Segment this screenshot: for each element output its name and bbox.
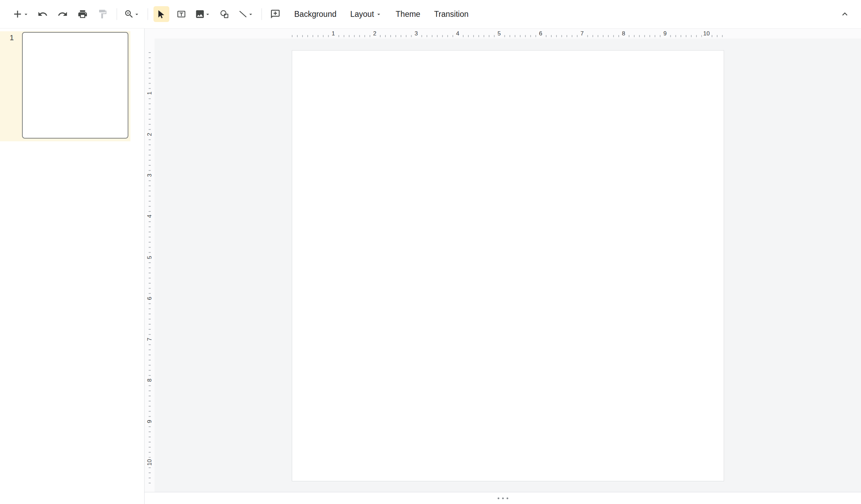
zoom-button[interactable]	[123, 6, 141, 22]
chevron-down-icon	[375, 11, 382, 18]
h-ruler-label: 5	[496, 30, 502, 37]
speaker-notes-resize-bar[interactable]	[145, 492, 861, 504]
slide-canvas[interactable]	[292, 50, 724, 481]
plus-icon	[12, 8, 23, 20]
chevron-down-icon	[248, 11, 254, 18]
filmstrip: 1	[0, 29, 145, 504]
v-ruler-label: 9	[146, 418, 153, 424]
undo-button[interactable]	[35, 6, 51, 22]
vertical-ruler-ticks: 12345678910	[145, 52, 155, 483]
h-ruler-label: 2	[372, 30, 378, 37]
h-ruler-label: 3	[413, 30, 419, 37]
v-ruler-label: 2	[146, 131, 153, 137]
workspace: 12345678910 12345678910	[145, 29, 861, 492]
h-ruler-label: 9	[662, 30, 668, 37]
zoom-in-icon	[124, 9, 134, 19]
text-box-button[interactable]	[173, 6, 189, 22]
toolbar-separator	[117, 8, 117, 20]
slide-number: 1	[10, 33, 14, 42]
v-ruler-label: 5	[146, 254, 153, 260]
slides-editor: { "toolbar": { "background_label": "Back…	[0, 0, 861, 504]
print-icon	[77, 9, 88, 19]
horizontal-ruler: 12345678910	[155, 29, 861, 39]
toolbar-separator	[148, 8, 148, 20]
h-ruler-label: 10	[702, 30, 711, 37]
insert-comment-button[interactable]	[267, 6, 283, 22]
select-tool-button[interactable]	[153, 6, 169, 22]
v-ruler-label: 10	[146, 458, 153, 467]
undo-icon	[38, 9, 48, 19]
h-ruler-label: 1	[330, 30, 336, 37]
drag-handle-icon[interactable]	[498, 497, 508, 499]
v-ruler-label: 4	[146, 213, 153, 219]
theme-button[interactable]: Theme	[389, 6, 427, 22]
text-box-icon	[176, 9, 187, 19]
layout-button-label: Layout	[350, 10, 374, 19]
horizontal-ruler-ticks: 12345678910	[292, 29, 724, 39]
insert-shape-button[interactable]	[216, 6, 232, 22]
h-ruler-label: 8	[620, 30, 626, 37]
v-ruler-label: 3	[146, 172, 153, 178]
redo-icon	[57, 9, 68, 19]
v-ruler-label: 7	[146, 336, 153, 342]
h-ruler-label: 7	[579, 30, 585, 37]
insert-line-button[interactable]	[236, 6, 255, 22]
shape-icon	[219, 9, 230, 19]
chevron-up-icon	[840, 9, 850, 19]
h-ruler-label: 4	[455, 30, 460, 37]
background-button[interactable]: Background	[287, 6, 343, 22]
transition-button[interactable]: Transition	[427, 6, 475, 22]
redo-button[interactable]	[55, 6, 71, 22]
toolbar: Background Layout Theme Transition	[0, 0, 861, 29]
select-cursor-icon	[156, 9, 167, 19]
insert-image-button[interactable]	[193, 6, 212, 22]
vertical-ruler: 12345678910	[145, 39, 155, 492]
toolbar-separator	[262, 8, 262, 20]
add-comment-icon	[270, 9, 280, 19]
chevron-down-icon	[134, 11, 140, 18]
chevron-down-icon	[23, 11, 29, 18]
paint-format-icon	[97, 9, 108, 19]
image-icon	[195, 9, 205, 19]
ruler-corner	[145, 29, 155, 39]
v-ruler-label: 8	[146, 377, 153, 383]
v-ruler-label: 6	[146, 295, 153, 301]
paint-format-button[interactable]	[95, 6, 110, 22]
layout-button[interactable]: Layout	[343, 6, 389, 22]
slide-thumbnail[interactable]	[22, 32, 128, 139]
chevron-down-icon	[205, 11, 211, 18]
print-button[interactable]	[75, 6, 91, 22]
v-ruler-label: 1	[146, 90, 153, 96]
h-ruler-label: 6	[538, 30, 543, 37]
line-icon	[238, 9, 248, 19]
hide-menus-button[interactable]	[837, 6, 853, 22]
new-slide-button[interactable]	[10, 6, 31, 22]
